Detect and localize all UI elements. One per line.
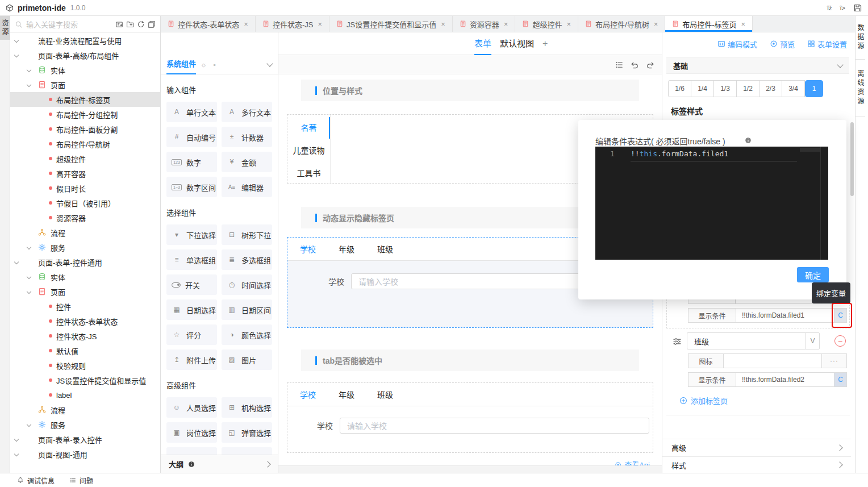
import-icon[interactable]: [115, 20, 123, 28]
tree-item[interactable]: 控件状态-JS: [10, 328, 160, 343]
close-icon[interactable]: ×: [654, 20, 658, 28]
tab-name-input[interactable]: 班级 V: [687, 332, 820, 349]
activity-tab-offline-resources[interactable]: 离线资源: [856, 60, 865, 116]
doc-tab[interactable]: JS设置控件提交值和显示值×: [329, 16, 453, 32]
school-tab[interactable]: 年级: [339, 243, 354, 255]
tree-item[interactable]: 超级控件: [10, 151, 160, 166]
palette-item[interactable]: ◑颜色选择: [222, 324, 272, 345]
expand-icon[interactable]: [27, 289, 32, 294]
toolbar-code-mode-button[interactable]: 编码模式: [717, 39, 757, 49]
expand-icon[interactable]: [14, 259, 20, 265]
doc-tab[interactable]: 资源容器×: [453, 16, 516, 32]
width-option-1-3[interactable]: 1/3: [713, 80, 737, 97]
close-icon[interactable]: ×: [741, 20, 746, 28]
tab-item-settings-icon[interactable]: [673, 337, 682, 346]
titlebar-glyph-icon[interactable]: îž: [827, 5, 832, 11]
tree-item[interactable]: 实体: [10, 269, 160, 284]
palette-item[interactable]: ⊞机构选择: [222, 397, 272, 418]
section-advanced[interactable]: 高级: [662, 439, 851, 456]
tree-item[interactable]: 假日时长: [10, 181, 160, 195]
palette-item[interactable]: ☆评分: [166, 324, 217, 345]
palette-item[interactable]: ☺人员选择: [166, 397, 217, 418]
book-tab[interactable]: 儿童读物: [287, 139, 330, 161]
search-input[interactable]: 输入关键字搜索: [26, 19, 115, 30]
titlebar-glyph-icon[interactable]: î>: [840, 5, 845, 11]
tree-item[interactable]: 节假日（被引用）: [10, 195, 160, 210]
tree-item[interactable]: 流程: [10, 402, 160, 417]
tree-item[interactable]: 页面-表单-录入控件: [10, 432, 160, 447]
expand-icon[interactable]: [14, 451, 20, 457]
add-view-button[interactable]: +: [542, 32, 548, 55]
doc-tab[interactable]: 控件状态-表单状态×: [161, 16, 256, 32]
activity-tab-datasource[interactable]: 数据源: [856, 16, 865, 60]
school-input[interactable]: 请输入学校: [340, 418, 649, 434]
code-editor[interactable]: 1 !!this.formData.filed1: [595, 147, 828, 260]
palette-item[interactable]: ↥附件上传: [166, 349, 217, 370]
expand-icon[interactable]: [14, 52, 20, 58]
width-option-1-2[interactable]: 1/2: [736, 80, 760, 97]
palette-item[interactable]: ±计数器: [222, 127, 272, 147]
toolbar-grid-button[interactable]: 表单设置: [807, 39, 847, 49]
outline-panel-toggle[interactable]: 大纲: [161, 455, 278, 473]
width-option-2-3[interactable]: 2/3: [759, 80, 782, 97]
tree-item[interactable]: 默认值: [10, 343, 160, 358]
palette-item[interactable]: ▾下拉选择: [166, 224, 217, 245]
tree-item[interactable]: label: [10, 388, 160, 402]
palette-item[interactable]: 开关: [166, 274, 217, 295]
activity-tab-resources[interactable]: 资源: [0, 16, 10, 40]
collapse-all-icon[interactable]: [148, 20, 156, 28]
palette-item[interactable]: A多行文本: [222, 102, 272, 122]
school-tab[interactable]: 班级: [377, 243, 393, 255]
remove-tab-button[interactable]: −: [834, 335, 846, 347]
school-tab[interactable]: 年级: [339, 389, 354, 400]
refresh-icon[interactable]: [137, 20, 145, 28]
palette-item[interactable]: ▦日期选择: [166, 299, 217, 320]
width-option-3-4[interactable]: 3/4: [782, 80, 805, 97]
tree-item[interactable]: 布局控件-分组控制: [10, 107, 160, 122]
tree-item[interactable]: 流程-业务流程配置与使用: [10, 33, 160, 48]
view-tab[interactable]: 表单: [474, 32, 491, 55]
palette-item[interactable]: A≡编辑器: [222, 177, 272, 197]
palette-item[interactable]: A单行文本: [166, 102, 217, 122]
palette-item[interactable]: ¥金额: [222, 152, 272, 172]
tab-system-components[interactable]: 系统组件: [166, 55, 196, 74]
info-icon[interactable]: [745, 137, 752, 144]
panel-scrollbar[interactable]: [850, 57, 854, 473]
selectable-tabs-widget[interactable]: 学校年级班级 学校 请输入学校: [287, 382, 653, 453]
tree-item[interactable]: 高开容器: [10, 166, 160, 181]
tree-item[interactable]: 页面: [10, 284, 160, 299]
school-tab[interactable]: 学校: [300, 243, 316, 255]
palette-item[interactable]: ▥日期区间: [222, 299, 272, 320]
palette-item[interactable]: ▨图片: [222, 349, 272, 370]
expand-icon[interactable]: [27, 422, 32, 427]
palette-item[interactable]: 1~3数字区间: [166, 177, 217, 197]
close-icon[interactable]: ×: [244, 20, 248, 28]
palette-item[interactable]: ◷时间选择: [222, 274, 272, 295]
tree-item[interactable]: 流程: [10, 225, 160, 240]
book-tab[interactable]: 工具书: [287, 161, 330, 184]
width-option-1-4[interactable]: 1/4: [691, 80, 714, 97]
confirm-button[interactable]: 确定: [797, 267, 829, 282]
statusbar-debug-info[interactable]: 调试信息: [17, 476, 55, 485]
palette-item[interactable]: ▣岗位选择: [166, 422, 217, 443]
expand-icon[interactable]: [14, 436, 20, 442]
save-icon[interactable]: [853, 3, 862, 13]
section-style[interactable]: 样式: [662, 456, 851, 473]
redo-icon[interactable]: [646, 60, 655, 69]
tree-item[interactable]: 校验规则: [10, 358, 160, 373]
tree-item[interactable]: 服务: [10, 240, 160, 255]
tree-item[interactable]: 页面: [10, 77, 160, 92]
close-icon[interactable]: ×: [318, 20, 322, 28]
doc-tab[interactable]: 控件状态-JS×: [256, 16, 329, 32]
book-tab[interactable]: 名著: [287, 116, 330, 139]
add-tab-button[interactable]: 添加标签页: [679, 395, 728, 406]
chevron-down-icon[interactable]: [266, 60, 273, 66]
toolbar-preview-button[interactable]: 预览: [770, 39, 795, 49]
tree-item[interactable]: 页面-表单-高级/布局组件: [10, 48, 160, 63]
tree-item[interactable]: 布局控件/导航树: [10, 136, 160, 151]
variable-suffix-button[interactable]: V: [806, 333, 819, 349]
display-condition-value[interactable]: !!this.formData.filed1: [736, 308, 834, 323]
palette-item[interactable]: ≣多选框组: [222, 249, 272, 270]
close-icon[interactable]: ×: [441, 20, 445, 28]
tree-item[interactable]: JS设置控件提交值和显示值: [10, 373, 160, 388]
